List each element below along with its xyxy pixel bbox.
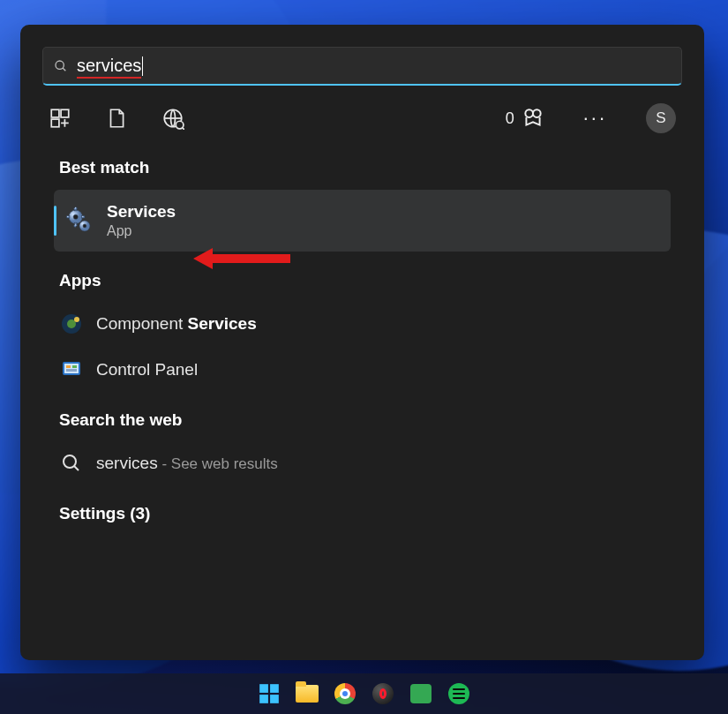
filter-bar: 0 ··· S bbox=[20, 93, 704, 139]
apps-item-component-services[interactable]: Component Services bbox=[54, 303, 671, 345]
rewards-icon bbox=[522, 107, 544, 130]
svg-rect-35 bbox=[259, 695, 268, 703]
more-button[interactable]: ··· bbox=[578, 107, 612, 130]
svg-point-0 bbox=[56, 61, 64, 69]
svg-rect-27 bbox=[66, 365, 71, 368]
svg-rect-17 bbox=[82, 215, 85, 218]
spotify-icon[interactable] bbox=[447, 681, 471, 706]
svg-rect-3 bbox=[61, 109, 69, 117]
svg-point-11 bbox=[533, 109, 541, 117]
svg-rect-36 bbox=[270, 695, 279, 703]
google-chat-icon[interactable] bbox=[409, 681, 433, 706]
svg-rect-2 bbox=[51, 109, 59, 117]
svg-rect-26 bbox=[64, 364, 79, 373]
section-web: Search the web bbox=[59, 410, 671, 430]
search-box[interactable]: services bbox=[42, 47, 682, 86]
opera-icon[interactable] bbox=[371, 681, 395, 706]
chrome-icon[interactable] bbox=[333, 681, 357, 706]
web-result-item[interactable]: services - See web results bbox=[54, 442, 671, 485]
svg-point-13 bbox=[73, 214, 78, 219]
start-button[interactable] bbox=[257, 681, 281, 706]
svg-point-10 bbox=[525, 109, 533, 117]
start-menu: services 0 ··· S Best match bbox=[20, 25, 704, 660]
filter-web-icon[interactable] bbox=[161, 107, 184, 130]
apps-item-label: Control Panel bbox=[96, 360, 198, 380]
svg-rect-28 bbox=[72, 365, 77, 368]
section-settings[interactable]: Settings (3) bbox=[59, 504, 671, 523]
svg-line-1 bbox=[63, 68, 65, 71]
text-caret bbox=[142, 56, 143, 76]
web-item-label: services - See web results bbox=[96, 454, 278, 473]
svg-rect-4 bbox=[51, 119, 59, 127]
search-icon bbox=[61, 453, 82, 474]
svg-point-8 bbox=[176, 121, 184, 129]
filter-apps-icon[interactable] bbox=[49, 107, 71, 130]
apps-item-label: Component Services bbox=[96, 314, 257, 334]
svg-rect-29 bbox=[66, 369, 77, 372]
best-match-title: Services bbox=[107, 202, 176, 222]
control-panel-icon bbox=[61, 359, 82, 380]
svg-rect-34 bbox=[270, 684, 279, 693]
best-match-item[interactable]: Services App bbox=[54, 190, 671, 252]
best-match-subtitle: App bbox=[107, 223, 176, 239]
avatar-initial: S bbox=[656, 109, 665, 127]
svg-point-21 bbox=[83, 224, 86, 228]
svg-line-31 bbox=[74, 466, 79, 470]
svg-line-9 bbox=[183, 128, 184, 130]
svg-rect-33 bbox=[259, 684, 268, 693]
rewards-count: 0 bbox=[506, 109, 514, 128]
services-app-icon bbox=[64, 206, 94, 236]
file-explorer-icon[interactable] bbox=[295, 681, 319, 706]
search-query-text: services bbox=[77, 56, 141, 76]
taskbar bbox=[0, 673, 728, 714]
svg-rect-16 bbox=[67, 215, 70, 218]
section-apps: Apps bbox=[59, 271, 671, 290]
rewards[interactable]: 0 bbox=[506, 107, 544, 130]
component-services-icon bbox=[61, 313, 82, 334]
apps-item-control-panel[interactable]: Control Panel bbox=[54, 349, 671, 391]
svg-point-30 bbox=[64, 455, 76, 468]
results: Best match Service bbox=[20, 139, 704, 660]
search-icon bbox=[54, 59, 68, 73]
section-best-match: Best match bbox=[59, 158, 671, 177]
filter-documents-icon[interactable] bbox=[105, 107, 128, 130]
svg-point-24 bbox=[74, 317, 79, 322]
search-input[interactable]: services bbox=[77, 56, 671, 77]
user-avatar[interactable]: S bbox=[646, 103, 676, 133]
